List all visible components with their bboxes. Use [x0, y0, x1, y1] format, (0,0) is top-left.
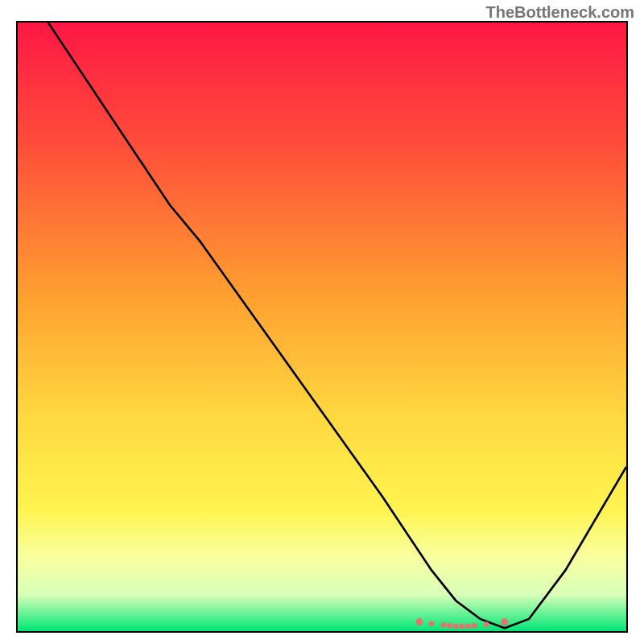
- chart-plot-area: [16, 21, 628, 633]
- marker-point: [465, 624, 471, 630]
- marker-point: [441, 622, 447, 628]
- bottleneck-curve: [48, 23, 626, 628]
- marker-point: [501, 618, 508, 625]
- marker-point: [447, 623, 452, 629]
- attribution-text: TheBottleneck.com: [486, 3, 634, 22]
- chart-curve-layer: [18, 23, 626, 631]
- marker-point: [429, 621, 435, 627]
- marker-point: [415, 618, 423, 625]
- marker-point: [484, 621, 489, 627]
- marker-point: [472, 623, 477, 629]
- marker-point: [453, 624, 459, 630]
- marker-point: [459, 624, 464, 630]
